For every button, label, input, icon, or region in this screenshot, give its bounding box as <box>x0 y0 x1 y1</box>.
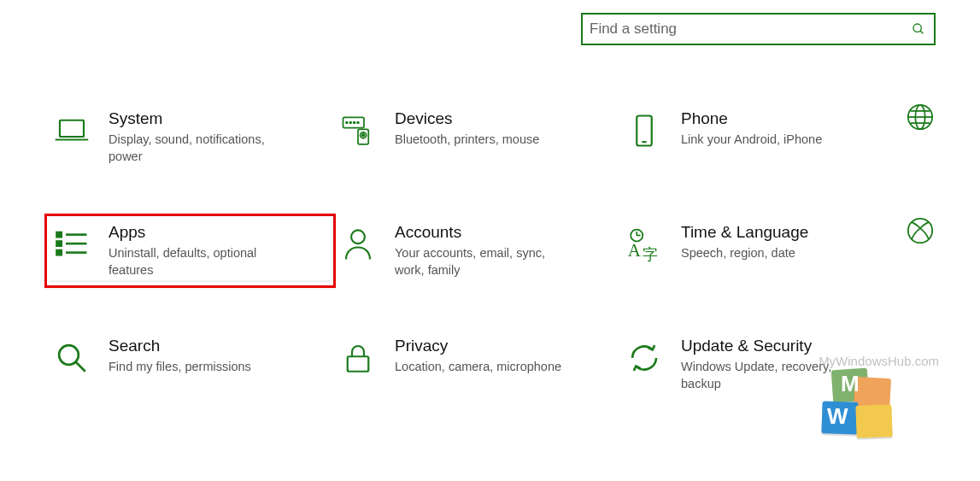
svg-point-32 <box>59 345 79 365</box>
devices-icon <box>340 113 376 149</box>
tile-title: Accounts <box>395 223 574 242</box>
search-input[interactable] <box>590 21 912 38</box>
svg-point-25 <box>351 231 365 244</box>
tile-title: Search <box>109 337 251 355</box>
svg-point-7 <box>354 122 355 124</box>
tile-title: Devices <box>395 109 539 128</box>
svg-text:A: A <box>628 240 642 261</box>
svg-rect-2 <box>60 120 84 137</box>
tile-desc: Display, sound, notifications, power <box>109 132 288 165</box>
svg-rect-19 <box>57 232 62 237</box>
tile-desc: Location, camera, microphone <box>395 359 561 376</box>
tile-title: Time & Language <box>681 223 808 242</box>
sync-icon <box>626 340 662 376</box>
svg-rect-34 <box>348 357 369 372</box>
tile-desc: Bluetooth, printers, mouse <box>395 132 539 149</box>
svg-point-11 <box>362 134 365 137</box>
tile-devices[interactable]: Devices Bluetooth, printers, mouse <box>333 103 619 172</box>
time-language-icon: A 字 <box>626 226 662 262</box>
tile-title: Privacy <box>395 337 561 355</box>
tile-title: System <box>109 109 288 128</box>
tile-desc: Link your Android, iPhone <box>681 132 822 149</box>
svg-point-0 <box>913 24 921 32</box>
tile-system[interactable]: System Display, sound, notifications, po… <box>47 103 333 172</box>
network-icon[interactable] <box>906 103 935 132</box>
phone-icon <box>626 113 662 149</box>
svg-rect-21 <box>57 242 62 246</box>
search-icon <box>912 22 925 36</box>
tile-desc: Uninstall, defaults, optional features <box>109 245 288 279</box>
tile-title: Apps <box>109 223 288 242</box>
apps-list-icon <box>54 226 90 262</box>
search-box[interactable] <box>581 13 936 45</box>
svg-rect-23 <box>57 250 62 255</box>
tile-desc: Windows Update, recovery, backup <box>681 359 860 392</box>
xbox-icon[interactable] <box>906 216 935 245</box>
tile-accounts[interactable]: Accounts Your accounts, email, sync, wor… <box>333 216 619 285</box>
tile-search[interactable]: Search Find my files, permissions <box>47 330 333 399</box>
svg-line-1 <box>920 31 923 33</box>
tile-desc: Speech, region, date <box>681 245 808 262</box>
magnifier-icon <box>54 340 90 376</box>
tile-desc: Your accounts, email, sync, work, family <box>395 245 574 279</box>
tile-update-security[interactable]: Update & Security Windows Update, recove… <box>619 330 906 399</box>
svg-point-6 <box>349 122 351 124</box>
svg-text:字: 字 <box>643 246 658 263</box>
settings-grid: System Display, sound, notifications, po… <box>47 103 961 399</box>
tile-privacy[interactable]: Privacy Location, camera, microphone <box>333 330 619 399</box>
svg-point-8 <box>357 122 359 124</box>
tile-desc: Find my files, permissions <box>109 359 251 376</box>
tile-title: Update & Security <box>681 337 860 355</box>
person-icon <box>340 226 376 262</box>
tile-phone[interactable]: Phone Link your Android, iPhone <box>619 103 906 172</box>
svg-line-33 <box>76 363 85 372</box>
tile-apps[interactable]: Apps Uninstall, defaults, optional featu… <box>44 214 336 288</box>
tile-time-language[interactable]: A 字 Time & Language Speech, region, date <box>619 216 906 285</box>
svg-point-5 <box>346 122 348 124</box>
lock-icon <box>340 340 376 376</box>
tile-title: Phone <box>681 109 822 128</box>
laptop-icon <box>54 113 90 149</box>
